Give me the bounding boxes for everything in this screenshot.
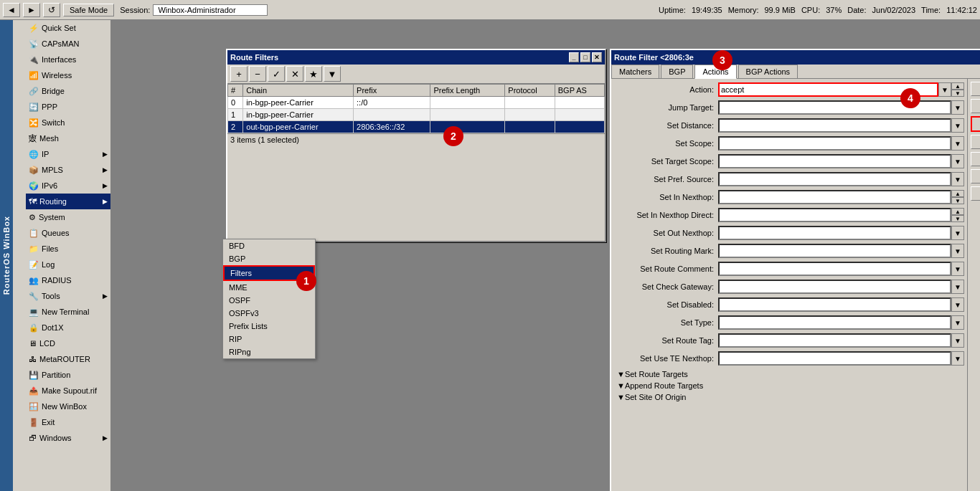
submenu-item-bfd[interactable]: BFD [223,239,315,252]
submenu-item-rip[interactable]: RIP [223,333,315,345]
set-in-nexthop-input[interactable] [718,190,951,204]
set-in-nexthop-scroll-down[interactable]: ▼ [951,197,964,204]
set-scope-dropdown[interactable]: ▼ [951,136,964,151]
submenu-item-mme[interactable]: MME [223,281,315,294]
set-route-comment-dropdown[interactable]: ▼ [951,262,964,276]
add-button[interactable]: + [230,66,248,82]
set-out-nexthop-input[interactable] [718,226,951,240]
minimize-button[interactable]: _ [569,52,579,62]
set-check-gateway-dropdown[interactable]: ▼ [951,280,964,294]
submenu-item-filters[interactable]: Filters [223,265,315,281]
sidebar-item-bridge[interactable]: 🔗 Bridge [26,83,110,99]
action-scroll-down[interactable]: ▼ [951,90,964,97]
sidebar-item-switch[interactable]: 🔀 Switch [26,115,110,130]
sidebar-item-make-supout[interactable]: 📤 Make Supout.rif [26,383,110,399]
set-route-targets-expand[interactable]: ▼ Set Route Targets [614,368,964,380]
set-out-nexthop-dropdown[interactable]: ▼ [951,226,964,240]
submenu-item-ripng[interactable]: RIPng [223,345,315,358]
sidebar-item-interfaces[interactable]: 🔌 Interfaces [26,52,110,67]
set-distance-input[interactable] [718,118,951,133]
set-disabled-dropdown[interactable]: ▼ [951,297,964,312]
sidebar-item-metarouter[interactable]: 🖧 MetaROUTER [26,351,110,367]
copy-button[interactable]: Copy [971,169,980,183]
comment-button[interactable]: Comment [971,152,980,166]
disable-button[interactable]: Disable [971,135,980,149]
table-row[interactable]: 1 in-bgp-peer-Carrier [228,109,605,121]
set-use-te-nexthop-input[interactable] [718,351,951,366]
tab-bgp-actions[interactable]: BGP Actions [738,65,798,78]
jump-target-input[interactable] [718,100,951,115]
sidebar-item-partition[interactable]: 💾 Partition [26,367,110,383]
close-button[interactable]: ✕ [592,52,602,62]
safe-mode-button[interactable]: Safe Mode [63,4,114,16]
remove-button[interactable]: − [249,66,266,82]
tab-matchers[interactable]: Matchers [611,65,659,78]
sidebar-item-system[interactable]: ⚙ System [26,209,110,225]
set-target-scope-dropdown[interactable]: ▼ [951,154,964,168]
sidebar-item-ip[interactable]: 🌐 IP ▶ [26,146,110,162]
sidebar-item-quick-set[interactable]: ⚡ Quick Set [26,20,110,36]
sidebar-item-queues[interactable]: 📋 Queues [26,225,110,241]
cross-button[interactable]: ✕ [286,66,303,82]
reload-button[interactable]: ↺ [43,3,60,17]
sidebar-item-files[interactable]: 📁 Files [26,241,110,257]
set-pref-source-input[interactable] [718,172,951,186]
cancel-button[interactable]: Cancel [971,99,980,113]
sidebar-item-capsman[interactable]: 📡 CAPsMAN [26,36,110,52]
submenu-item-bgp[interactable]: BGP [223,252,315,265]
set-routing-mark-input[interactable] [718,244,951,258]
set-pref-source-dropdown[interactable]: ▼ [951,172,964,186]
sidebar-item-radius[interactable]: 👥 RADIUS [26,272,110,288]
check-button[interactable]: ✓ [268,66,285,82]
set-in-nexthop-direct-input[interactable] [718,208,951,222]
tab-bgp[interactable]: BGP [661,65,693,78]
set-target-scope-input[interactable] [718,154,951,168]
sidebar-item-ipv6[interactable]: 🌍 IPv6 ▶ [26,178,110,194]
filter-button[interactable]: ▼ [324,66,341,82]
set-site-of-origin-expand[interactable]: ▼ Set Site Of Origin [614,391,964,403]
sidebar-item-log[interactable]: 📝 Log [26,257,110,272]
set-type-dropdown[interactable]: ▼ [951,315,964,330]
set-route-tag-dropdown[interactable]: ▼ [951,333,964,348]
sidebar-item-mesh[interactable]: 🕸 Mesh [26,130,110,146]
back-button[interactable]: ◄ [3,3,20,17]
table-row[interactable]: 2 out-bgp-peer-Carrier 2806:3e6::/32 [228,121,605,133]
set-use-te-nexthop-dropdown[interactable]: ▼ [951,351,964,366]
remove-button[interactable]: Remove [971,186,980,201]
set-type-input[interactable] [718,315,951,330]
submenu-item-prefix-lists[interactable]: Prefix Lists [223,320,315,333]
set-disabled-input[interactable] [718,297,951,312]
append-route-targets-expand[interactable]: ▼ Append Route Targets [614,380,964,391]
sidebar-item-lcd[interactable]: 🖥 LCD [26,335,110,351]
sidebar-item-windows[interactable]: 🗗 Windows ▶ [26,430,110,446]
scroll-up[interactable]: ▲ [951,208,964,215]
tab-actions[interactable]: Actions [694,65,736,79]
star-button[interactable]: ★ [305,66,322,82]
sidebar-item-mpls[interactable]: 📦 MPLS ▶ [26,162,110,178]
sidebar-item-exit[interactable]: 🚪 Exit [26,414,110,430]
forward-button[interactable]: ► [23,3,40,17]
maximize-button[interactable]: □ [580,52,590,62]
set-check-gateway-input[interactable] [718,280,951,294]
sidebar-item-dot1x[interactable]: 🔒 Dot1X [26,320,110,335]
sidebar-item-new-terminal[interactable]: 💻 New Terminal [26,304,110,320]
table-row[interactable]: 0 in-bgp-peer-Carrier ::/0 [228,97,605,109]
sidebar-item-tools[interactable]: 🔧 Tools ▶ [26,288,110,304]
action-input[interactable] [718,82,938,97]
set-scope-input[interactable] [718,136,951,151]
apply-button[interactable]: Apply [971,116,980,132]
sidebar-item-new-winbox[interactable]: 🪟 New WinBox [26,399,110,414]
action-scroll-up[interactable]: ▲ [951,82,964,90]
ok-button[interactable]: OK [971,82,980,96]
set-distance-dropdown[interactable]: ▼ [951,118,964,133]
set-routing-mark-dropdown[interactable]: ▼ [951,244,964,258]
set-route-tag-input[interactable] [718,333,951,348]
scroll-down[interactable]: ▼ [951,215,964,222]
set-route-comment-input[interactable] [718,262,951,276]
sidebar-item-wireless[interactable]: 📶 Wireless [26,67,110,83]
submenu-item-ospfv3[interactable]: OSPFv3 [223,307,315,320]
sidebar-item-ppp[interactable]: 🔄 PPP [26,99,110,115]
set-in-nexthop-scroll-up[interactable]: ▲ [951,190,964,197]
action-dropdown[interactable]: ▼ [938,82,951,97]
sidebar-item-routing[interactable]: 🗺 Routing ▶ [26,194,110,209]
